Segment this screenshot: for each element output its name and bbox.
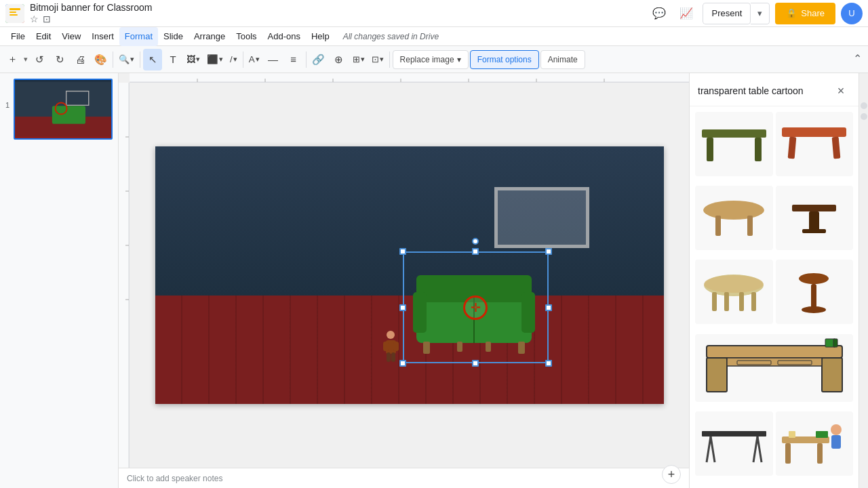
- sofa-selection-group[interactable]: ✛: [403, 251, 549, 363]
- mask-tool[interactable]: ⊡ ▾: [369, 49, 387, 70]
- svg-rect-48: [802, 229, 826, 233]
- menu-format[interactable]: Format: [119, 27, 158, 46]
- paint-format-button[interactable]: 🎨: [91, 49, 110, 70]
- comments-icon[interactable]: 💬: [648, 3, 670, 24]
- svg-rect-25: [521, 292, 535, 333]
- zoom-icon: 🔍: [119, 54, 130, 64]
- dropdown-arrow: ▾: [457, 55, 461, 64]
- replace-image-button[interactable]: Replace image ▾: [393, 50, 469, 69]
- table-image-8[interactable]: [695, 411, 773, 476]
- add-slide-button[interactable]: +: [662, 465, 681, 484]
- shapes-tool[interactable]: ⬛ ▾: [204, 49, 226, 70]
- handle-bottom-middle[interactable]: [472, 360, 479, 367]
- person-figure: [379, 329, 403, 363]
- present-button[interactable]: Present: [703, 3, 751, 24]
- rotate-handle[interactable]: [472, 238, 479, 245]
- present-dropdown[interactable]: ▾: [751, 3, 770, 24]
- handle-bottom-right[interactable]: [545, 360, 552, 367]
- format-options-button[interactable]: Format options: [470, 50, 539, 69]
- handle-middle-right[interactable]: [545, 304, 552, 311]
- crop-tool[interactable]: ⊞ ▾: [350, 49, 368, 70]
- background-color-tool[interactable]: A ▾: [246, 49, 262, 70]
- table-image-9[interactable]: [776, 411, 854, 476]
- svg-rect-66: [702, 431, 766, 436]
- svg-rect-52: [751, 292, 756, 311]
- table-image-3[interactable]: [695, 186, 773, 250]
- toolbar-collapse-button[interactable]: ⌃: [848, 49, 867, 68]
- handle-top-left[interactable]: [399, 248, 406, 255]
- handle-top-middle[interactable]: [472, 248, 479, 255]
- line-tool[interactable]: / ▾: [227, 49, 240, 70]
- svg-rect-72: [785, 443, 791, 464]
- trending-icon[interactable]: 📈: [675, 3, 697, 24]
- avatar[interactable]: U: [841, 3, 863, 24]
- move-cursor: ✛: [463, 296, 488, 320]
- svg-rect-29: [457, 342, 462, 352]
- redo-button[interactable]: ↻: [50, 49, 69, 70]
- svg-rect-75: [831, 435, 841, 449]
- undo-button[interactable]: ↺: [30, 49, 49, 70]
- canvas-area: ✛: [119, 73, 689, 488]
- ruler-horizontal: [130, 73, 689, 83]
- svg-line-68: [711, 436, 715, 462]
- menu-insert[interactable]: Insert: [86, 27, 119, 46]
- slide[interactable]: ✛: [155, 146, 664, 404]
- menu-arrange[interactable]: Arrange: [189, 27, 231, 46]
- print-button[interactable]: 🖨: [71, 49, 90, 70]
- svg-rect-41: [788, 136, 797, 159]
- menu-view[interactable]: View: [56, 27, 86, 46]
- svg-rect-0: [5, 4, 24, 23]
- svg-rect-36: [391, 352, 395, 362]
- menu-tools[interactable]: Tools: [231, 27, 262, 46]
- menu-edit[interactable]: Edit: [31, 27, 56, 46]
- close-panel-button[interactable]: ×: [831, 81, 850, 100]
- speaker-notes[interactable]: Click to add speaker notes: [119, 468, 689, 488]
- svg-rect-44: [715, 216, 721, 236]
- share-button[interactable]: 🔒 Share: [775, 3, 835, 24]
- image-tool[interactable]: 🖼 ▾: [184, 49, 203, 70]
- menu-bar: File Edit View Insert Format Slide Arran…: [0, 27, 868, 46]
- svg-rect-7: [52, 106, 85, 123]
- search-header: transparent table cartoon ×: [690, 73, 859, 106]
- table-image-7[interactable]: [695, 334, 853, 402]
- insert-tool[interactable]: ⊕: [330, 49, 349, 70]
- textbox-tool[interactable]: T: [163, 49, 182, 70]
- svg-rect-30: [486, 342, 491, 352]
- menu-addons[interactable]: Add-ons: [262, 27, 306, 46]
- table-image-5[interactable]: [695, 260, 773, 324]
- star-icon[interactable]: ☆: [30, 14, 39, 24]
- zoom-control[interactable]: 🔍 ▾: [116, 49, 137, 70]
- svg-rect-38: [707, 138, 713, 161]
- svg-rect-65: [833, 339, 837, 347]
- table-image-2[interactable]: [776, 112, 854, 176]
- doc-title[interactable]: Bitmoji banner for Classroom: [30, 2, 153, 14]
- slide-thumbnail[interactable]: [14, 79, 113, 140]
- table-image-6[interactable]: [776, 260, 854, 324]
- animate-button[interactable]: Animate: [540, 50, 585, 69]
- edge-icon-2[interactable]: [861, 113, 867, 120]
- select-tool[interactable]: ↖: [143, 49, 162, 70]
- svg-rect-24: [413, 292, 427, 333]
- picture-frame: [494, 187, 589, 248]
- svg-point-55: [799, 273, 829, 284]
- link-tool[interactable]: 🔗: [309, 49, 328, 70]
- svg-rect-54: [739, 292, 744, 311]
- svg-rect-76: [816, 431, 828, 438]
- doc-title-area: Bitmoji banner for Classroom ☆ ⊡: [30, 2, 153, 25]
- svg-rect-47: [809, 211, 819, 230]
- edge-icon-1[interactable]: [861, 102, 867, 109]
- menu-file[interactable]: File: [5, 27, 31, 46]
- table-image-4[interactable]: [776, 186, 854, 250]
- border-color-tool[interactable]: —: [264, 49, 283, 70]
- menu-slide[interactable]: Slide: [158, 27, 189, 46]
- folder-icon[interactable]: ⊡: [43, 14, 51, 24]
- handle-top-right[interactable]: [545, 248, 552, 255]
- border-weight-tool[interactable]: ≡: [284, 49, 303, 70]
- table-image-1[interactable]: [695, 112, 773, 176]
- svg-rect-45: [747, 216, 753, 236]
- add-button[interactable]: ＋: [3, 49, 22, 70]
- menu-help[interactable]: Help: [306, 27, 335, 46]
- svg-point-31: [387, 331, 395, 339]
- svg-point-57: [802, 306, 826, 313]
- handle-middle-left[interactable]: [399, 304, 406, 311]
